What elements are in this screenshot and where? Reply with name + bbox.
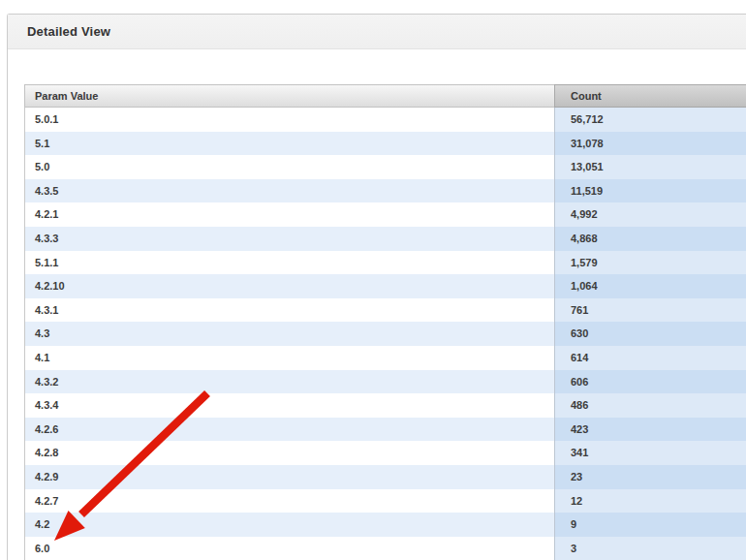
param-count-table: Param Value Count 5.0.1 56,712 5.1 31,07… [24, 84, 746, 560]
param-cell: 5.0.1 [24, 108, 554, 132]
count-cell: 486 [554, 393, 746, 418]
table-row[interactable]: 4.2.10 1,064 [24, 274, 746, 298]
table-row[interactable]: 4.2.7 12 [24, 489, 746, 513]
panel-header: Detailed View [8, 15, 746, 49]
count-cell: 12 [554, 489, 746, 513]
count-cell: 4,868 [554, 227, 746, 251]
table-row[interactable]: 5.0.1 56,712 [24, 108, 746, 132]
count-cell: 13,051 [554, 155, 746, 179]
count-cell: 1,579 [554, 251, 746, 275]
table-row[interactable]: 4.1 614 [24, 346, 746, 370]
param-cell: 4.2.6 [24, 418, 554, 442]
table-row[interactable]: 4.3.5 11,519 [24, 179, 746, 203]
table-row[interactable]: 4.3 630 [24, 322, 746, 346]
table-row[interactable]: 4.3.3 4,868 [24, 227, 746, 251]
count-cell: 1,064 [554, 274, 746, 298]
param-cell: 4.1 [24, 346, 554, 370]
param-cell: 5.1 [24, 132, 554, 156]
param-cell: 4.3.4 [24, 393, 554, 418]
param-cell: 4.2.1 [24, 202, 554, 227]
count-cell: 761 [554, 298, 746, 323]
param-cell: 6.0 [24, 537, 554, 560]
param-cell: 5.1.1 [24, 251, 554, 275]
column-header-param-value[interactable]: Param Value [24, 84, 554, 108]
count-cell: 423 [554, 418, 746, 442]
param-cell: 4.3.2 [24, 370, 554, 394]
table-row[interactable]: 6.0 3 [24, 537, 746, 560]
param-cell: 4.2 [24, 513, 554, 537]
table-body: 5.0.1 56,712 5.1 31,078 5.0 13,051 4.3.5… [24, 108, 746, 560]
count-cell: 3 [554, 537, 746, 560]
table-row[interactable]: 4.2 9 [24, 513, 746, 537]
count-cell: 9 [554, 513, 746, 537]
param-cell: 4.3.1 [24, 298, 554, 323]
count-cell: 606 [554, 370, 746, 394]
count-cell: 56,712 [554, 108, 746, 132]
table-row[interactable]: 4.3.1 761 [24, 298, 746, 323]
table-row[interactable]: 4.3.4 486 [24, 393, 746, 418]
panel-title: Detailed View [27, 24, 110, 39]
count-cell: 23 [554, 465, 746, 489]
table-row[interactable]: 4.2.8 341 [24, 441, 746, 465]
table-row[interactable]: 5.0 13,051 [24, 155, 746, 179]
param-cell: 5.0 [24, 155, 554, 179]
param-cell: 4.2.9 [24, 465, 554, 489]
column-header-count[interactable]: Count [554, 84, 746, 108]
table-row[interactable]: 5.1 31,078 [24, 132, 746, 156]
count-cell: 341 [554, 441, 746, 465]
param-cell: 4.3 [24, 322, 554, 346]
param-cell: 4.2.10 [24, 274, 554, 298]
param-cell: 4.3.3 [24, 227, 554, 251]
count-cell: 4,992 [554, 202, 746, 227]
table-row[interactable]: 5.1.1 1,579 [24, 251, 746, 275]
detailed-view-panel: Detailed View Param Value Count 5.0.1 56… [7, 14, 746, 560]
count-cell: 614 [554, 346, 746, 370]
count-cell: 630 [554, 322, 746, 346]
param-cell: 4.3.5 [24, 179, 554, 203]
table-header-row: Param Value Count [24, 84, 746, 108]
count-cell: 31,078 [554, 132, 746, 156]
count-cell: 11,519 [554, 179, 746, 203]
param-cell: 4.2.8 [24, 441, 554, 465]
table-row[interactable]: 4.2.9 23 [24, 465, 746, 489]
table-row[interactable]: 4.2.1 4,992 [24, 202, 746, 227]
table-row[interactable]: 4.2.6 423 [24, 418, 746, 442]
table-row[interactable]: 4.3.2 606 [24, 370, 746, 394]
param-cell: 4.2.7 [24, 489, 554, 513]
